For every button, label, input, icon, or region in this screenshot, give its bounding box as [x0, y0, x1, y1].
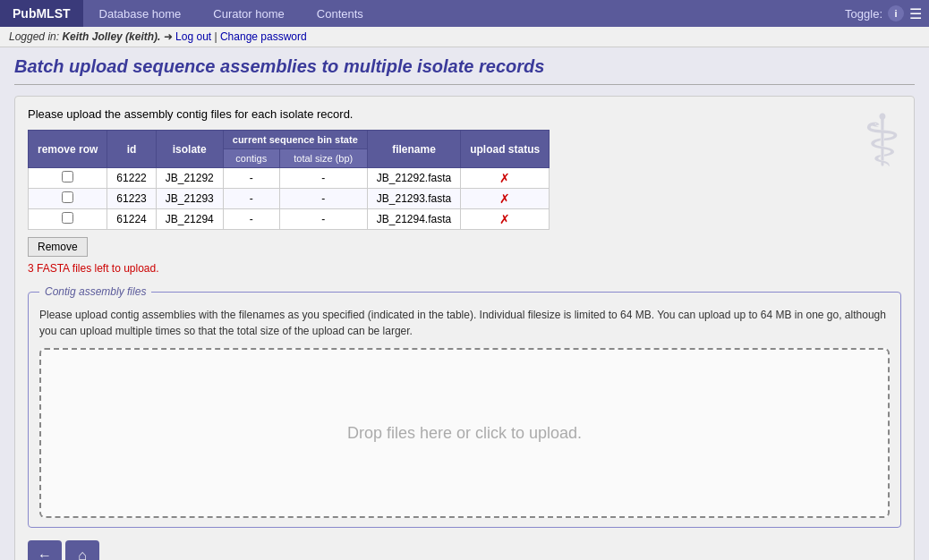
- cell-total-size: -: [279, 209, 367, 230]
- contig-description: Please upload contig assemblies with the…: [39, 307, 890, 339]
- cell-filename: JB_21294.fasta: [367, 209, 460, 230]
- status-cross-icon: ✗: [499, 191, 510, 206]
- col-filename: filename: [367, 131, 460, 168]
- nav-database-home[interactable]: Database home: [83, 0, 198, 27]
- cell-total-size: -: [279, 189, 367, 209]
- navbar-right: Toggle: i ☰: [845, 0, 929, 27]
- col-id: id: [107, 131, 156, 168]
- arrow-icon: ➜: [164, 30, 173, 43]
- cell-contigs: -: [223, 189, 279, 209]
- logout-link[interactable]: Log out: [175, 30, 211, 43]
- cell-status: ✗: [461, 189, 550, 209]
- cell-isolate: JB_21293: [156, 189, 223, 209]
- content-panel: ⚕ Please upload the assembly contig file…: [14, 96, 915, 560]
- table-row: 61222JB_21292--JB_21292.fasta✗: [29, 168, 550, 189]
- cell-contigs: -: [223, 168, 279, 189]
- row-checkbox[interactable]: [62, 171, 73, 182]
- nav-curator-home[interactable]: Curator home: [197, 0, 300, 27]
- bottom-nav: ← ⌂: [28, 540, 901, 560]
- navbar: PubMLST Database home Curator home Conte…: [0, 0, 929, 27]
- cell-filename: JB_21292.fasta: [367, 168, 460, 189]
- hamburger-icon[interactable]: ☰: [909, 5, 922, 22]
- toggle-label: Toggle:: [845, 7, 882, 21]
- col-seq-bin-state: current sequence bin state: [223, 131, 367, 149]
- cell-id: 61224: [107, 209, 156, 230]
- cell-contigs: -: [223, 209, 279, 230]
- row-checkbox[interactable]: [62, 212, 73, 224]
- col-remove-row: remove row: [29, 131, 107, 168]
- login-info: Logged in: Keith Jolley (keith). ➜ Log o…: [9, 30, 307, 43]
- remove-button[interactable]: Remove: [28, 237, 88, 257]
- nav-contents[interactable]: Contents: [301, 0, 379, 27]
- contig-fieldset: Contig assembly files Please upload cont…: [28, 285, 901, 528]
- col-upload-status: upload status: [461, 131, 550, 168]
- logged-in-user: Keith Jolley (keith).: [62, 30, 160, 43]
- drop-zone-text: Drop files here or click to upload.: [347, 424, 582, 443]
- table-row: 61224JB_21294--JB_21294.fasta✗: [29, 209, 550, 230]
- cell-isolate: JB_21294: [156, 209, 223, 230]
- drop-zone[interactable]: Drop files here or click to upload.: [39, 348, 890, 518]
- change-password-link[interactable]: Change password: [220, 30, 307, 43]
- row-checkbox[interactable]: [62, 191, 73, 203]
- cell-status: ✗: [461, 168, 550, 189]
- records-table: remove row id isolate current sequence b…: [28, 130, 550, 230]
- col-total-size-sub: total size (bp): [279, 149, 367, 168]
- toggle-icon[interactable]: i: [888, 5, 904, 21]
- back-button[interactable]: ←: [28, 540, 62, 560]
- col-contigs-sub: contigs: [223, 149, 279, 168]
- page-title: Batch upload sequence assemblies to mult…: [14, 56, 915, 85]
- files-status: 3 FASTA files left to upload.: [28, 262, 901, 275]
- contig-legend: Contig assembly files: [39, 285, 151, 298]
- cell-status: ✗: [461, 209, 550, 230]
- login-prefix: Logged in:: [9, 30, 62, 43]
- status-cross-icon: ✗: [499, 212, 510, 226]
- table-row: 61223JB_21293--JB_21293.fasta✗: [29, 189, 550, 209]
- home-button[interactable]: ⌂: [65, 540, 99, 560]
- cell-id: 61223: [107, 189, 156, 209]
- cell-isolate: JB_21292: [156, 168, 223, 189]
- col-isolate: isolate: [156, 131, 223, 168]
- cell-filename: JB_21293.fasta: [367, 189, 460, 209]
- cell-total-size: -: [279, 168, 367, 189]
- brand: PubMLST: [0, 0, 83, 27]
- cell-id: 61222: [107, 168, 156, 189]
- main-content: Batch upload sequence assemblies to mult…: [0, 47, 929, 560]
- status-cross-icon: ✗: [499, 171, 510, 185]
- login-bar: Logged in: Keith Jolley (keith). ➜ Log o…: [0, 27, 929, 47]
- upload-description: Please upload the assembly contig files …: [28, 107, 901, 121]
